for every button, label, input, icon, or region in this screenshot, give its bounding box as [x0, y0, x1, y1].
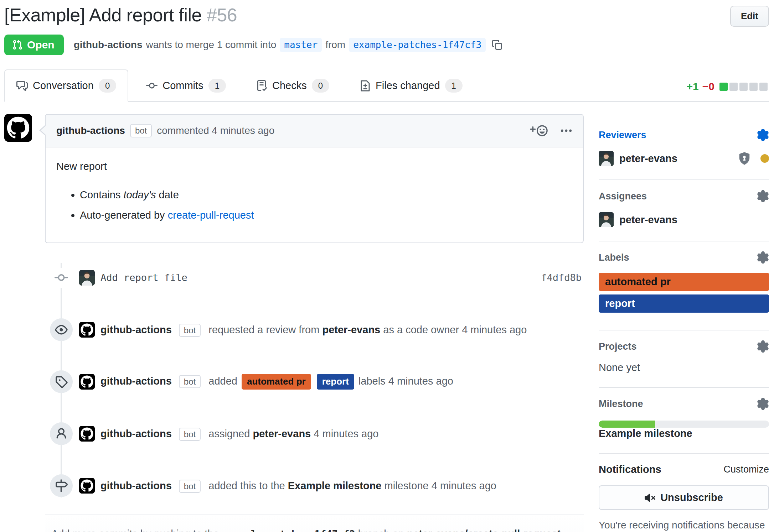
sidebar: Reviewers peter-evans Assignees — [599, 114, 769, 532]
labels-list: automated pr report — [599, 273, 769, 313]
tab-conversation[interactable]: Conversation 0 — [4, 69, 128, 102]
tab-files-changed[interactable]: Files changed 1 — [347, 69, 475, 102]
copy-icon — [491, 39, 503, 51]
comment-box: github-actions bot commented 4 minutes a… — [45, 114, 584, 243]
base-branch-chip[interactable]: master — [280, 38, 322, 52]
timeline: Add report file f4dfd8b github-actions b… — [4, 266, 584, 497]
reviewer-name[interactable]: peter-evans — [322, 324, 380, 335]
commit-badge — [50, 268, 73, 288]
gear-icon[interactable] — [757, 340, 769, 353]
timeline-event-milestoned: github-actions bot added this to the Exa… — [4, 474, 584, 497]
sidebar-section-labels: Labels automated pr report — [599, 241, 769, 330]
customize-link[interactable]: Customize — [723, 464, 769, 475]
avatar[interactable] — [599, 212, 614, 227]
git-commit-icon — [146, 80, 158, 92]
title-row: [Example] Add report file #56 Edit — [4, 4, 769, 27]
bot-badge: bot — [130, 124, 152, 137]
tab-commits[interactable]: Commits 1 — [134, 69, 238, 102]
label-automated-pr[interactable]: automated pr — [599, 273, 769, 291]
github-actions-avatar-icon — [79, 478, 95, 494]
page-title: [Example] Add report file #56 — [4, 4, 237, 27]
timeline-event-labels-added: github-actions bot added automated pr re… — [4, 370, 584, 393]
milestone-icon — [55, 479, 68, 492]
projects-heading-row[interactable]: Projects — [599, 340, 769, 353]
merge-description: github-actions wants to merge 1 commit i… — [74, 38, 503, 52]
sidebar-section-reviewers: Reviewers peter-evans — [599, 119, 769, 180]
gear-icon[interactable] — [757, 398, 769, 410]
footer-repo-name[interactable]: peter-evans/create-pull-request — [407, 528, 561, 532]
pull-request-icon — [12, 40, 23, 50]
label-report[interactable]: report — [317, 374, 354, 390]
event-author[interactable]: github-actions — [100, 324, 172, 335]
label-report[interactable]: report — [599, 294, 769, 313]
label-automated-pr[interactable]: automated pr — [242, 374, 311, 390]
review-status — [738, 152, 769, 165]
assignee-name[interactable]: peter-evans — [619, 214, 677, 226]
gear-icon[interactable] — [757, 251, 769, 264]
person-icon — [55, 427, 68, 440]
comment-actions — [530, 125, 572, 137]
avatar[interactable] — [79, 322, 95, 338]
peter-evans-avatar — [79, 270, 95, 286]
copy-branch-button[interactable] — [491, 39, 503, 51]
event-badge — [50, 422, 73, 445]
footer-branch-name: example-patches-1f47cf3 — [222, 528, 355, 532]
reviewer-name[interactable]: peter-evans — [619, 153, 677, 165]
github-actions-avatar-icon — [79, 426, 95, 442]
milestone-heading-row[interactable]: Milestone — [599, 398, 769, 410]
italic-text: today's — [124, 189, 156, 200]
milestone-progress-bar — [599, 421, 769, 428]
event-text: github-actions bot added this to the Exa… — [100, 478, 496, 493]
sidebar-section-projects: Projects None yet — [599, 330, 769, 388]
assignee-row: peter-evans — [599, 212, 769, 227]
event-text: github-actions bot assigned peter-evans … — [100, 426, 378, 441]
sidebar-section-notifications: Notifications Customize Unsubscribe You'… — [599, 454, 769, 532]
avatar[interactable] — [599, 151, 614, 166]
merge-author[interactable]: github-actions — [74, 39, 143, 51]
main-area: github-actions bot commented 4 minutes a… — [4, 114, 769, 532]
avatar[interactable] — [79, 270, 95, 286]
comment-options-button[interactable] — [560, 125, 572, 137]
labels-heading-row[interactable]: Labels — [599, 251, 769, 264]
avatar[interactable] — [4, 114, 32, 142]
avatar[interactable] — [79, 374, 95, 390]
diffstat: +1 −0 — [687, 80, 768, 101]
comment-author[interactable]: github-actions — [56, 125, 125, 136]
edit-button[interactable]: Edit — [730, 6, 769, 27]
event-badge — [50, 370, 73, 393]
merge-note: Add more commits by pushing to the examp… — [45, 515, 584, 532]
tab-checks[interactable]: Checks 0 — [244, 69, 341, 102]
diffstat-blocks — [719, 83, 768, 91]
projects-empty-text: None yet — [599, 362, 769, 374]
pr-title-text: [Example] Add report file — [4, 5, 202, 25]
add-reaction-button[interactable] — [530, 125, 548, 137]
sidebar-section-assignees: Assignees peter-evans — [599, 180, 769, 241]
gear-icon[interactable] — [757, 129, 769, 141]
head-branch-chip[interactable]: example-patches-1f47cf3 — [349, 38, 486, 52]
pending-review-dot — [760, 154, 769, 163]
commit-sha-link[interactable]: f4dfd8b — [541, 272, 582, 283]
projects-heading: Projects — [599, 341, 637, 352]
avatar[interactable] — [79, 478, 95, 494]
reviewers-heading-row[interactable]: Reviewers — [599, 129, 769, 141]
event-author[interactable]: github-actions — [100, 480, 172, 491]
bot-badge: bot — [179, 480, 201, 493]
milestone-link[interactable]: Example milestone — [599, 428, 692, 439]
tag-icon — [55, 375, 68, 388]
diffstat-deletions: −0 — [702, 80, 714, 93]
unsubscribe-button[interactable]: Unsubscribe — [599, 485, 769, 510]
assignee-name[interactable]: peter-evans — [253, 428, 311, 439]
event-author[interactable]: github-actions — [100, 375, 172, 387]
assignees-heading-row[interactable]: Assignees — [599, 190, 769, 202]
commit-message-link[interactable]: Add report file — [100, 272, 541, 283]
eye-icon — [55, 323, 68, 336]
event-author[interactable]: github-actions — [100, 428, 172, 439]
gear-icon[interactable] — [757, 190, 769, 202]
comment-bullet-2: Auto-generated by create-pull-request — [80, 208, 572, 223]
event-text: github-actions bot requested a review fr… — [100, 322, 527, 337]
avatar[interactable] — [79, 426, 95, 442]
kebab-icon — [560, 125, 572, 137]
milestone-name[interactable]: Example milestone — [288, 480, 382, 491]
create-pull-request-link[interactable]: create-pull-request — [168, 209, 254, 221]
comment-body: New report Contains today's date Auto-ge… — [46, 147, 583, 242]
